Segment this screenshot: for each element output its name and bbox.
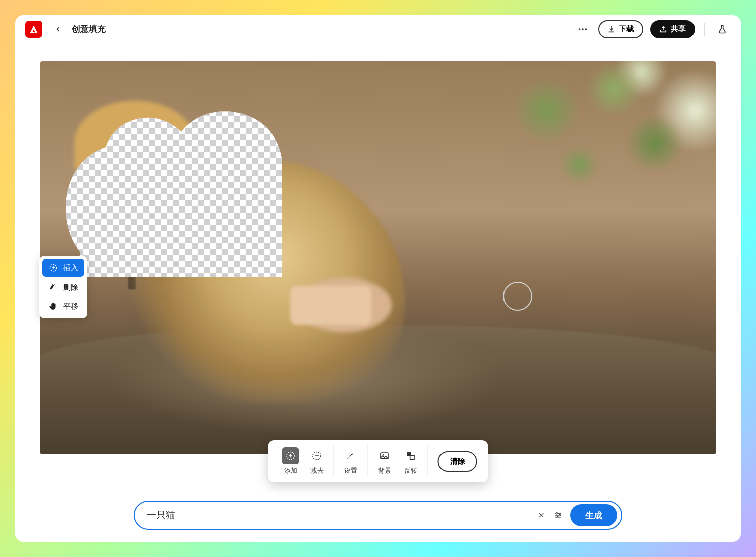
settings-sliders-icon[interactable] [550, 507, 567, 524]
mode-pan[interactable]: 平移 [42, 297, 84, 315]
back-button[interactable] [52, 23, 65, 35]
tool-label: 减去 [310, 467, 324, 475]
svg-point-12 [556, 513, 558, 514]
mode-label: 删除 [63, 283, 78, 292]
mode-label: 平移 [63, 302, 78, 311]
download-button[interactable]: 下载 [598, 20, 643, 38]
svg-point-1 [582, 28, 584, 30]
brush-icon [342, 447, 359, 464]
svg-point-2 [585, 28, 587, 30]
selection-toolbar: 添加 减去 设置 [268, 440, 488, 482]
adobe-logo[interactable] [25, 21, 42, 38]
flask-icon[interactable] [714, 21, 731, 38]
svg-point-0 [579, 28, 581, 30]
svg-point-4 [54, 284, 55, 285]
invert-icon [402, 447, 419, 464]
canvas-area: 插入 删除 平移 添加 [15, 43, 741, 542]
subtract-selection-icon [308, 447, 326, 464]
brush-cursor [503, 282, 532, 311]
tool-label: 反转 [404, 467, 417, 475]
mode-remove[interactable]: 删除 [42, 278, 84, 296]
generate-button[interactable]: 生成 [570, 504, 617, 526]
app-frame: 创意填充 下载 共享 [15, 15, 741, 542]
svg-point-5 [56, 286, 57, 287]
mode-panel: 插入 删除 平移 [39, 256, 87, 318]
svg-point-14 [557, 516, 558, 518]
insert-icon [48, 263, 58, 273]
page-title: 创意填充 [72, 23, 106, 35]
clear-input-icon[interactable] [533, 507, 550, 524]
tool-invert[interactable]: 反转 [399, 445, 422, 477]
mode-label: 插入 [63, 263, 78, 273]
download-icon [607, 25, 615, 33]
tool-background[interactable]: 背景 [373, 445, 396, 477]
tool-add[interactable]: 添加 [279, 445, 302, 477]
svg-point-13 [559, 515, 561, 516]
header-actions: 下载 共享 [574, 20, 731, 38]
more-icon[interactable] [574, 21, 591, 38]
prompt-bar: 生成 [134, 501, 622, 530]
add-selection-icon [282, 447, 299, 464]
mode-insert[interactable]: 插入 [42, 259, 84, 277]
download-label: 下载 [619, 24, 634, 34]
tool-subtract[interactable]: 减去 [305, 445, 329, 477]
prompt-input[interactable] [147, 510, 533, 521]
share-label: 共享 [671, 24, 686, 34]
remove-icon [48, 282, 58, 292]
header: 创意填充 下载 共享 [15, 15, 741, 43]
selection-mask [40, 61, 310, 277]
share-icon [659, 25, 667, 33]
image-overlay [290, 286, 371, 325]
tool-settings[interactable]: 设置 [339, 445, 362, 477]
image-canvas[interactable] [40, 61, 716, 454]
clear-button[interactable]: 清除 [438, 451, 477, 472]
image-icon [376, 447, 393, 464]
tool-label: 添加 [284, 467, 297, 475]
share-button[interactable]: 共享 [650, 20, 695, 38]
pan-icon [48, 301, 58, 311]
divider [704, 23, 705, 36]
tool-label: 背景 [378, 467, 391, 475]
tool-label: 设置 [344, 467, 357, 475]
image-overlay [466, 61, 716, 262]
